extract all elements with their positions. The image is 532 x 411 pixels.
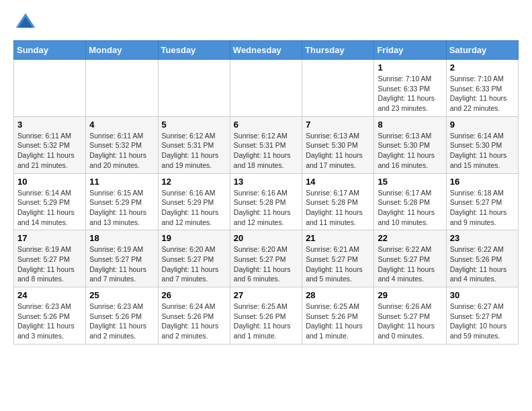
calendar-cell: 2Sunrise: 7:10 AM Sunset: 6:33 PM Daylig… bbox=[446, 60, 518, 117]
day-info: Sunrise: 6:22 AM Sunset: 5:27 PM Dayligh… bbox=[378, 244, 442, 284]
calendar-cell: 17Sunrise: 6:19 AM Sunset: 5:27 PM Dayli… bbox=[14, 230, 86, 287]
calendar-week-5: 24Sunrise: 6:23 AM Sunset: 5:26 PM Dayli… bbox=[14, 287, 519, 345]
calendar-header-thursday: Thursday bbox=[302, 41, 374, 60]
day-info: Sunrise: 6:22 AM Sunset: 5:26 PM Dayligh… bbox=[450, 244, 515, 284]
day-info: Sunrise: 6:15 AM Sunset: 5:29 PM Dayligh… bbox=[89, 188, 154, 228]
day-number: 29 bbox=[378, 290, 442, 300]
day-number: 15 bbox=[378, 177, 442, 187]
day-info: Sunrise: 6:20 AM Sunset: 5:27 PM Dayligh… bbox=[234, 244, 298, 284]
day-info: Sunrise: 6:11 AM Sunset: 5:32 PM Dayligh… bbox=[89, 131, 154, 171]
day-number: 30 bbox=[450, 290, 515, 300]
day-number: 13 bbox=[234, 177, 298, 187]
day-number: 18 bbox=[89, 233, 154, 243]
calendar-header-sunday: Sunday bbox=[14, 41, 86, 60]
calendar-week-1: 1Sunrise: 7:10 AM Sunset: 6:33 PM Daylig… bbox=[14, 60, 519, 117]
day-number: 9 bbox=[450, 120, 515, 130]
calendar-header-friday: Friday bbox=[374, 41, 446, 60]
calendar-cell: 18Sunrise: 6:19 AM Sunset: 5:27 PM Dayli… bbox=[86, 230, 158, 287]
calendar-cell: 1Sunrise: 7:10 AM Sunset: 6:33 PM Daylig… bbox=[374, 60, 446, 117]
day-number: 8 bbox=[378, 120, 442, 130]
calendar-week-2: 3Sunrise: 6:11 AM Sunset: 5:32 PM Daylig… bbox=[14, 116, 519, 173]
calendar-cell bbox=[86, 60, 158, 117]
header bbox=[13, 11, 519, 35]
calendar-header-row: SundayMondayTuesdayWednesdayThursdayFrid… bbox=[14, 41, 519, 60]
day-number: 3 bbox=[17, 120, 82, 130]
day-info: Sunrise: 6:12 AM Sunset: 5:31 PM Dayligh… bbox=[162, 131, 226, 171]
day-number: 11 bbox=[89, 177, 154, 187]
day-number: 10 bbox=[17, 177, 82, 187]
day-number: 5 bbox=[162, 120, 226, 130]
calendar-cell: 21Sunrise: 6:21 AM Sunset: 5:27 PM Dayli… bbox=[302, 230, 374, 287]
day-info: Sunrise: 6:11 AM Sunset: 5:32 PM Dayligh… bbox=[17, 131, 82, 171]
day-info: Sunrise: 6:17 AM Sunset: 5:28 PM Dayligh… bbox=[306, 188, 370, 228]
calendar-cell: 26Sunrise: 6:24 AM Sunset: 5:26 PM Dayli… bbox=[158, 287, 230, 345]
day-info: Sunrise: 6:23 AM Sunset: 5:26 PM Dayligh… bbox=[17, 302, 82, 341]
calendar-cell: 14Sunrise: 6:17 AM Sunset: 5:28 PM Dayli… bbox=[302, 173, 374, 230]
day-info: Sunrise: 6:23 AM Sunset: 5:26 PM Dayligh… bbox=[89, 302, 154, 341]
calendar-cell: 22Sunrise: 6:22 AM Sunset: 5:27 PM Dayli… bbox=[374, 230, 446, 287]
day-number: 25 bbox=[89, 290, 154, 300]
calendar-cell: 9Sunrise: 6:14 AM Sunset: 5:30 PM Daylig… bbox=[446, 116, 518, 173]
day-info: Sunrise: 6:16 AM Sunset: 5:29 PM Dayligh… bbox=[162, 188, 226, 228]
day-number: 7 bbox=[306, 120, 370, 130]
day-info: Sunrise: 6:27 AM Sunset: 5:27 PM Dayligh… bbox=[450, 302, 515, 341]
day-number: 20 bbox=[234, 233, 298, 243]
calendar-week-4: 17Sunrise: 6:19 AM Sunset: 5:27 PM Dayli… bbox=[14, 230, 519, 287]
calendar-cell bbox=[302, 60, 374, 117]
calendar-cell bbox=[230, 60, 302, 117]
calendar-cell: 24Sunrise: 6:23 AM Sunset: 5:26 PM Dayli… bbox=[14, 287, 86, 345]
logo bbox=[13, 11, 40, 35]
day-info: Sunrise: 6:26 AM Sunset: 5:27 PM Dayligh… bbox=[378, 302, 442, 341]
calendar-header-saturday: Saturday bbox=[446, 41, 518, 60]
calendar-week-3: 10Sunrise: 6:14 AM Sunset: 5:29 PM Dayli… bbox=[14, 173, 519, 230]
day-info: Sunrise: 6:21 AM Sunset: 5:27 PM Dayligh… bbox=[306, 244, 370, 284]
day-info: Sunrise: 6:20 AM Sunset: 5:27 PM Dayligh… bbox=[162, 244, 226, 284]
day-info: Sunrise: 6:13 AM Sunset: 5:30 PM Dayligh… bbox=[378, 131, 442, 171]
calendar-cell: 30Sunrise: 6:27 AM Sunset: 5:27 PM Dayli… bbox=[446, 287, 518, 345]
calendar-cell: 4Sunrise: 6:11 AM Sunset: 5:32 PM Daylig… bbox=[86, 116, 158, 173]
day-info: Sunrise: 6:16 AM Sunset: 5:28 PM Dayligh… bbox=[234, 188, 298, 228]
calendar-cell: 7Sunrise: 6:13 AM Sunset: 5:30 PM Daylig… bbox=[302, 116, 374, 173]
calendar-cell: 10Sunrise: 6:14 AM Sunset: 5:29 PM Dayli… bbox=[14, 173, 86, 230]
day-number: 6 bbox=[234, 120, 298, 130]
calendar-header-tuesday: Tuesday bbox=[158, 41, 230, 60]
day-info: Sunrise: 6:14 AM Sunset: 5:30 PM Dayligh… bbox=[450, 131, 515, 171]
day-number: 16 bbox=[450, 177, 515, 187]
day-info: Sunrise: 6:14 AM Sunset: 5:29 PM Dayligh… bbox=[17, 188, 82, 228]
day-info: Sunrise: 6:17 AM Sunset: 5:28 PM Dayligh… bbox=[378, 188, 442, 228]
calendar-cell: 19Sunrise: 6:20 AM Sunset: 5:27 PM Dayli… bbox=[158, 230, 230, 287]
day-number: 12 bbox=[162, 177, 226, 187]
calendar-cell: 23Sunrise: 6:22 AM Sunset: 5:26 PM Dayli… bbox=[446, 230, 518, 287]
calendar-header-monday: Monday bbox=[86, 41, 158, 60]
page: SundayMondayTuesdayWednesdayThursdayFrid… bbox=[0, 0, 532, 355]
calendar-cell: 6Sunrise: 6:12 AM Sunset: 5:31 PM Daylig… bbox=[230, 116, 302, 173]
day-number: 14 bbox=[306, 177, 370, 187]
calendar-cell: 28Sunrise: 6:25 AM Sunset: 5:26 PM Dayli… bbox=[302, 287, 374, 345]
day-number: 28 bbox=[306, 290, 370, 300]
day-number: 19 bbox=[162, 233, 226, 243]
calendar-cell: 13Sunrise: 6:16 AM Sunset: 5:28 PM Dayli… bbox=[230, 173, 302, 230]
day-number: 23 bbox=[450, 233, 515, 243]
day-number: 21 bbox=[306, 233, 370, 243]
day-info: Sunrise: 7:10 AM Sunset: 6:33 PM Dayligh… bbox=[378, 74, 442, 113]
calendar-cell bbox=[14, 60, 86, 117]
calendar-cell: 5Sunrise: 6:12 AM Sunset: 5:31 PM Daylig… bbox=[158, 116, 230, 173]
day-info: Sunrise: 6:19 AM Sunset: 5:27 PM Dayligh… bbox=[89, 244, 154, 284]
day-number: 26 bbox=[162, 290, 226, 300]
day-number: 1 bbox=[378, 62, 442, 73]
calendar-cell: 15Sunrise: 6:17 AM Sunset: 5:28 PM Dayli… bbox=[374, 173, 446, 230]
calendar-header-wednesday: Wednesday bbox=[230, 41, 302, 60]
day-number: 22 bbox=[378, 233, 442, 243]
calendar-cell: 25Sunrise: 6:23 AM Sunset: 5:26 PM Dayli… bbox=[86, 287, 158, 345]
day-info: Sunrise: 6:19 AM Sunset: 5:27 PM Dayligh… bbox=[17, 244, 82, 284]
day-info: Sunrise: 6:25 AM Sunset: 5:26 PM Dayligh… bbox=[234, 302, 298, 341]
day-number: 2 bbox=[450, 62, 515, 73]
day-info: Sunrise: 6:25 AM Sunset: 5:26 PM Dayligh… bbox=[306, 302, 370, 341]
calendar-cell: 11Sunrise: 6:15 AM Sunset: 5:29 PM Dayli… bbox=[86, 173, 158, 230]
calendar: SundayMondayTuesdayWednesdayThursdayFrid… bbox=[13, 40, 519, 345]
calendar-cell: 27Sunrise: 6:25 AM Sunset: 5:26 PM Dayli… bbox=[230, 287, 302, 345]
calendar-cell: 3Sunrise: 6:11 AM Sunset: 5:32 PM Daylig… bbox=[14, 116, 86, 173]
calendar-cell: 12Sunrise: 6:16 AM Sunset: 5:29 PM Dayli… bbox=[158, 173, 230, 230]
calendar-cell: 29Sunrise: 6:26 AM Sunset: 5:27 PM Dayli… bbox=[374, 287, 446, 345]
calendar-cell: 20Sunrise: 6:20 AM Sunset: 5:27 PM Dayli… bbox=[230, 230, 302, 287]
